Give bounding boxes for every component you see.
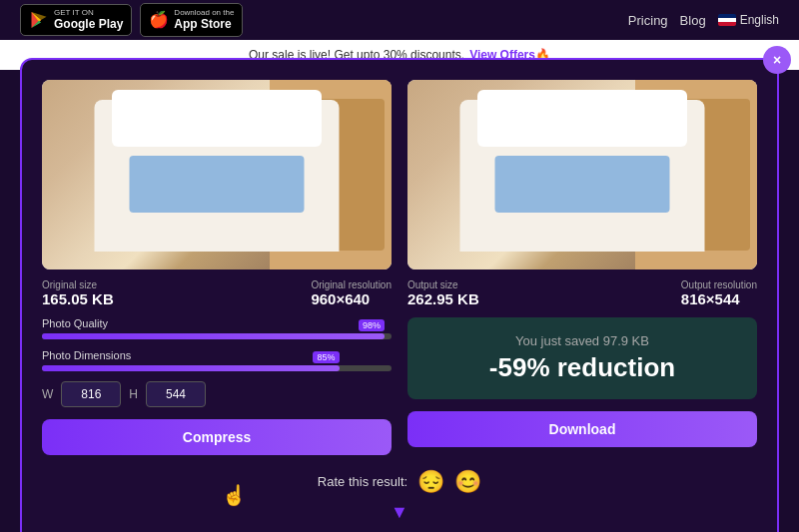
pricing-link[interactable]: Pricing xyxy=(628,13,668,28)
output-crib-back xyxy=(477,90,687,147)
rating-row: Rate this result: 😔 😊 xyxy=(42,469,757,495)
photo-background xyxy=(42,80,392,269)
bottom-hint: ▼ xyxy=(42,503,757,523)
modal-card: × Original size xyxy=(20,58,779,533)
output-fabric xyxy=(495,156,670,213)
flag-icon xyxy=(718,14,736,26)
savings-subtitle: You just saved 97.9 KB xyxy=(423,333,741,348)
header: GET IT ON Google Play 🍎 Download on the … xyxy=(0,0,799,40)
original-size-label: Original size xyxy=(42,279,114,290)
right-column: Output size 262.95 KB Output resolution … xyxy=(407,80,757,455)
crib-back xyxy=(112,90,322,147)
output-info-row: Output size 262.95 KB Output resolution … xyxy=(407,279,757,307)
original-resolution-value: 960×640 xyxy=(311,290,392,307)
height-label: H xyxy=(129,387,138,401)
dimensions-slider-track[interactable]: 85% xyxy=(42,365,392,371)
savings-headline: -59% reduction xyxy=(423,352,741,383)
original-resolution-label: Original resolution xyxy=(311,279,392,290)
fabric xyxy=(130,156,305,213)
sad-emoji-button[interactable]: 😔 xyxy=(417,469,444,495)
download-button[interactable]: Download xyxy=(407,411,757,447)
blog-link[interactable]: Blog xyxy=(680,13,706,28)
google-play-text: GET IT ON Google Play xyxy=(54,8,123,31)
output-resolution-value: 816×544 xyxy=(681,290,757,307)
output-photo-background xyxy=(407,80,757,269)
savings-box: You just saved 97.9 KB -59% reduction xyxy=(407,317,757,399)
header-left: GET IT ON Google Play 🍎 Download on the … xyxy=(20,3,243,36)
columns: Original size 165.05 KB Original resolut… xyxy=(42,80,757,455)
dimensions-slider-fill: 85% xyxy=(42,365,340,371)
width-label: W xyxy=(42,387,53,401)
app-store-text: Download on the App Store xyxy=(174,8,234,31)
download-on-label: Download on the xyxy=(174,8,234,17)
arrow-down-icon: ▼ xyxy=(391,502,408,523)
apple-icon: 🍎 xyxy=(149,10,169,29)
output-resolution-item: Output resolution 816×544 xyxy=(681,279,757,307)
output-size-value: 262.95 KB xyxy=(407,290,479,307)
compress-button[interactable]: Compress xyxy=(42,419,392,455)
output-resolution-label: Output resolution xyxy=(681,279,757,290)
original-resolution-item: Original resolution 960×640 xyxy=(311,279,392,307)
language-selector[interactable]: English xyxy=(718,13,779,27)
original-size-item: Original size 165.05 KB xyxy=(42,279,114,307)
main-content: × Original size xyxy=(0,70,799,532)
dimensions-badge: 85% xyxy=(313,351,339,363)
bottom-arrow: ▼ xyxy=(380,503,419,523)
app-store-badge[interactable]: 🍎 Download on the App Store xyxy=(140,3,243,36)
get-it-on-label: GET IT ON xyxy=(54,8,123,17)
quality-badge: 98% xyxy=(359,319,385,331)
original-image xyxy=(42,80,392,269)
height-input[interactable] xyxy=(146,381,206,407)
google-play-label: Google Play xyxy=(54,17,123,31)
lang-label: English xyxy=(740,13,779,27)
quality-slider-fill: 98% xyxy=(42,333,385,339)
happy-emoji-button[interactable]: 😊 xyxy=(454,469,481,495)
photo-dimensions-label: Photo Dimensions xyxy=(42,349,392,361)
output-size-item: Output size 262.95 KB xyxy=(407,279,479,307)
app-store-label: App Store xyxy=(174,17,234,31)
output-size-label: Output size xyxy=(407,279,479,290)
original-size-value: 165.05 KB xyxy=(42,290,114,307)
close-button[interactable]: × xyxy=(763,46,791,74)
quality-slider-track[interactable]: 98% xyxy=(42,333,392,339)
photo-quality-label: Photo Quality xyxy=(42,317,392,329)
original-info-row: Original size 165.05 KB Original resolut… xyxy=(42,279,392,307)
dimensions-row: W H xyxy=(42,381,392,407)
width-input[interactable] xyxy=(61,381,121,407)
left-column: Original size 165.05 KB Original resolut… xyxy=(42,80,392,455)
rating-label: Rate this result: xyxy=(318,474,407,489)
output-image xyxy=(407,80,757,269)
google-play-badge[interactable]: GET IT ON Google Play xyxy=(20,4,132,35)
